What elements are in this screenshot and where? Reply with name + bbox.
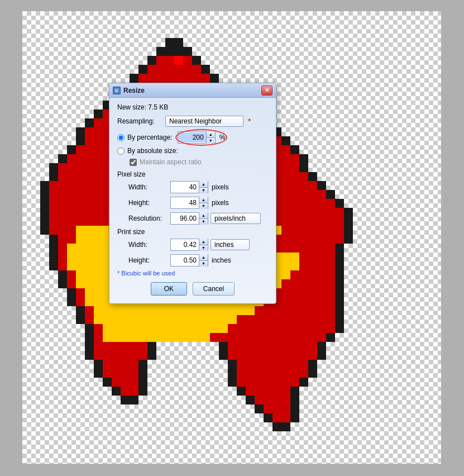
svg-rect-238 <box>299 270 335 279</box>
svg-rect-176 <box>40 226 49 235</box>
svg-rect-320 <box>121 396 130 404</box>
svg-rect-259 <box>335 297 344 306</box>
svg-rect-314 <box>112 387 121 396</box>
pixel-height-down[interactable]: ▼ <box>199 203 208 210</box>
print-width-unit-container: inches cm <box>211 239 250 250</box>
resolution-up[interactable]: ▲ <box>199 212 208 218</box>
svg-rect-105 <box>67 154 76 163</box>
svg-rect-153 <box>308 208 317 217</box>
svg-rect-262 <box>94 306 255 315</box>
pixel-height-input[interactable] <box>171 198 199 208</box>
pixel-width-input[interactable] <box>171 182 199 192</box>
by-percentage-row: By percentage: ▲ ▼ % <box>117 131 268 144</box>
print-height-buttons: ▲ ▼ <box>199 254 208 266</box>
svg-rect-245 <box>290 279 335 288</box>
svg-rect-147 <box>40 208 49 217</box>
svg-rect-178 <box>58 226 67 235</box>
print-width-down[interactable]: ▼ <box>199 245 208 251</box>
maintain-aspect-checkbox[interactable] <box>130 159 137 166</box>
resolution-unit-dropdown[interactable]: pixels/inch pixels/cm <box>211 213 261 224</box>
pixel-height-up[interactable]: ▲ <box>199 197 208 203</box>
pixel-width-buttons: ▲ ▼ <box>199 181 208 193</box>
svg-rect-140 <box>40 199 49 208</box>
by-percentage-radio[interactable] <box>117 134 125 141</box>
svg-rect-253 <box>335 288 344 297</box>
svg-rect-299 <box>228 360 237 369</box>
svg-rect-301 <box>308 360 317 369</box>
svg-rect-209 <box>58 244 67 253</box>
svg-rect-307 <box>308 369 317 378</box>
svg-rect-125 <box>40 181 49 190</box>
print-height-input[interactable] <box>171 255 199 265</box>
svg-rect-309 <box>112 378 138 387</box>
svg-rect-156 <box>335 208 344 217</box>
svg-rect-99 <box>67 145 76 154</box>
percentage-input[interactable] <box>178 132 206 142</box>
svg-rect-157 <box>344 208 353 217</box>
pixel-width-row: Width: ▲ ▼ pixels <box>128 181 268 193</box>
dialog-title-left: ⊞ Resize <box>113 87 145 94</box>
svg-rect-328 <box>264 413 272 422</box>
svg-rect-303 <box>103 369 138 378</box>
print-width-unit-dropdown[interactable]: inches cm <box>211 239 250 250</box>
svg-rect-85 <box>94 118 103 127</box>
print-size-section: Print size <box>117 228 268 236</box>
svg-rect-312 <box>237 378 299 387</box>
svg-rect-110 <box>299 154 308 163</box>
svg-rect-79 <box>94 110 103 118</box>
svg-rect-130 <box>299 181 308 190</box>
svg-rect-231 <box>308 261 335 270</box>
pixel-width-down[interactable]: ▼ <box>199 187 208 194</box>
svg-rect-30 <box>174 74 183 83</box>
svg-rect-136 <box>299 190 308 199</box>
svg-rect-102 <box>281 145 290 154</box>
resolution-down[interactable]: ▼ <box>199 218 208 225</box>
svg-rect-113 <box>67 163 76 172</box>
by-absolute-radio[interactable] <box>117 147 125 155</box>
svg-rect-295 <box>317 351 326 360</box>
svg-rect-90 <box>85 127 94 136</box>
svg-rect-116 <box>290 163 299 172</box>
svg-rect-232 <box>335 261 344 270</box>
svg-rect-331 <box>272 422 281 431</box>
print-width-input[interactable] <box>171 240 199 250</box>
resolution-label: Resolution: <box>128 215 170 222</box>
svg-rect-239 <box>335 270 344 279</box>
svg-rect-326 <box>264 404 290 413</box>
print-height-down[interactable]: ▼ <box>199 260 208 267</box>
svg-rect-115 <box>281 163 290 172</box>
svg-rect-275 <box>228 324 237 333</box>
maintain-aspect-row: Maintain aspect ratio <box>130 158 268 166</box>
svg-rect-318 <box>246 387 290 396</box>
svg-rect-126 <box>49 181 58 190</box>
dialog-close-button[interactable]: ✕ <box>261 85 272 96</box>
resampling-dropdown[interactable]: Nearest Neighbor Bilinear Bicubic <box>165 116 243 127</box>
percentage-spin-up[interactable]: ▲ <box>206 131 215 137</box>
cancel-button[interactable]: Cancel <box>193 282 235 296</box>
svg-rect-327 <box>290 404 299 413</box>
svg-rect-261 <box>85 306 94 315</box>
svg-rect-265 <box>335 306 344 315</box>
svg-rect-293 <box>219 351 228 360</box>
svg-rect-127 <box>58 181 67 190</box>
resolution-input[interactable] <box>171 213 199 223</box>
percentage-spin-down[interactable]: ▼ <box>206 137 215 144</box>
dialog-titlebar: ⊞ Resize ✕ <box>109 83 276 98</box>
by-absolute-label: By absolute size: <box>127 147 178 155</box>
percent-symbol: % <box>219 134 226 141</box>
svg-rect-319 <box>290 387 299 396</box>
print-height-up[interactable]: ▲ <box>199 254 208 260</box>
svg-rect-146 <box>335 199 344 208</box>
pixel-width-up[interactable]: ▲ <box>199 181 208 187</box>
resolution-buttons: ▲ ▼ <box>199 212 208 225</box>
ok-button[interactable]: OK <box>151 282 187 296</box>
svg-rect-249 <box>85 288 94 297</box>
print-height-label: Height: <box>128 256 170 264</box>
print-width-up[interactable]: ▲ <box>199 239 208 245</box>
svg-rect-174 <box>335 217 344 226</box>
pixel-width-label: Width: <box>128 183 170 191</box>
svg-rect-177 <box>49 226 58 235</box>
svg-rect-160 <box>58 217 67 226</box>
pixel-height-unit: pixels <box>212 199 229 207</box>
svg-rect-108 <box>281 154 290 163</box>
